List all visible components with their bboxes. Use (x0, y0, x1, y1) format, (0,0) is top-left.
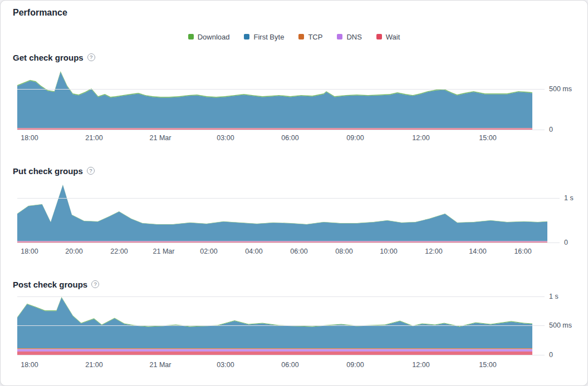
gridline (17, 296, 545, 297)
x-axis-label: 15:00 (479, 362, 496, 369)
x-axis-label: 20:00 (65, 248, 82, 255)
x-axis-label: 21:00 (85, 362, 102, 369)
legend-label: Download (198, 33, 230, 41)
first-byte-band (17, 72, 532, 128)
y-axis-label: 500 ms (549, 322, 572, 329)
x-axis-label: 18:00 (21, 135, 38, 142)
page-title: Performance (13, 8, 67, 18)
x-axis-label: 21 Mar (153, 248, 175, 255)
legend-swatch (244, 34, 249, 39)
chart-legend: DownloadFirst ByteTCPDNSWait (1, 32, 587, 42)
y-axis-label: 1 s (549, 293, 558, 300)
performance-panel: Performance DownloadFirst ByteTCPDNSWait… (0, 0, 588, 386)
x-axis-label: 15:00 (479, 135, 496, 142)
tcp-band (17, 128, 532, 128)
legend-label: First Byte (253, 33, 284, 41)
x-axis-label: 09:00 (346, 362, 364, 369)
x-axis-label: 18:00 (21, 362, 38, 369)
gridline (17, 89, 545, 90)
x-axis-label: 21:00 (85, 135, 102, 142)
help-icon[interactable]: ? (91, 280, 99, 288)
legend-item-first-byte[interactable]: First Byte (244, 33, 284, 41)
tcp-band (17, 348, 532, 349)
gridline (17, 198, 560, 199)
y-axis-label: 0 (549, 126, 553, 133)
area-chart-svg (17, 180, 547, 243)
x-axis-label: 21 Mar (150, 135, 171, 142)
legend-item-wait[interactable]: Wait (376, 33, 400, 41)
y-axis-label: 0 (549, 352, 553, 359)
legend-swatch (337, 34, 342, 39)
help-icon[interactable]: ? (87, 167, 95, 175)
area-chart-svg (17, 292, 532, 355)
x-axis-label: 06:00 (281, 362, 298, 369)
legend-label: Wait (386, 33, 400, 41)
x-axis-label: 18:00 (21, 248, 38, 255)
x-axis-label: 03:00 (217, 135, 234, 142)
x-axis: 18:0021:0021 Mar03:0006:0009:0012:0015:0… (17, 362, 532, 370)
legend-swatch (188, 34, 194, 39)
x-axis: 18:0020:0022:0021 Mar02:0004:0006:0008:0… (17, 248, 547, 257)
x-axis-label: 02:00 (200, 248, 217, 255)
dns-band (17, 241, 547, 242)
x-axis-label: 22:00 (110, 248, 128, 255)
y-axis-label: 500 ms (549, 86, 572, 93)
dns-band (17, 349, 532, 352)
chart-title: Put check groups (13, 167, 83, 175)
x-axis-label: 08:00 (335, 248, 352, 255)
x-axis-label: 04:00 (245, 248, 262, 255)
x-axis-label: 06:00 (290, 248, 307, 255)
y-axis-label: 1 s (564, 195, 574, 202)
gridline (17, 130, 545, 130)
x-axis-label: 12:00 (412, 135, 429, 142)
legend-item-download[interactable]: Download (188, 33, 230, 41)
chart-title: Post check groups (13, 280, 87, 289)
chart-get-check-groups (17, 66, 532, 130)
x-axis-label: 12:00 (412, 362, 429, 369)
chart-post-check-groups (17, 292, 532, 355)
chart-header-put: Put check groups ? (13, 165, 95, 176)
help-icon[interactable]: ? (87, 53, 95, 61)
gridline (17, 243, 560, 243)
legend-label: TCP (308, 33, 322, 41)
chart-title: Get check groups (13, 53, 84, 62)
gridline (17, 325, 545, 326)
x-axis-label: 14:00 (469, 248, 486, 255)
y-axis-label: 0 (564, 239, 568, 246)
x-axis-label: 16:00 (514, 248, 531, 255)
gridline (17, 355, 545, 355)
x-axis-label: 10:00 (380, 248, 397, 255)
x-axis-label: 12:00 (425, 248, 442, 255)
x-axis-label: 09:00 (346, 135, 364, 142)
legend-swatch (376, 34, 382, 39)
x-axis: 18:0021:0021 Mar03:0006:0009:0012:0015:0… (17, 135, 532, 143)
download-band (17, 185, 547, 224)
dns-band (17, 128, 532, 129)
area-chart-svg (17, 66, 532, 130)
x-axis-label: 06:00 (281, 135, 298, 142)
chart-put-check-groups (17, 180, 547, 243)
chart-header-post: Post check groups ? (13, 279, 99, 290)
legend-swatch (298, 34, 304, 39)
legend-item-dns[interactable]: DNS (337, 33, 361, 41)
first-byte-band (17, 298, 532, 348)
x-axis-label: 03:00 (217, 362, 234, 369)
first-byte-band (17, 185, 547, 241)
legend-label: DNS (346, 33, 361, 41)
legend-item-tcp[interactable]: TCP (298, 33, 322, 41)
x-axis-label: 21 Mar (150, 362, 171, 369)
chart-header-get: Get check groups ? (13, 52, 95, 63)
